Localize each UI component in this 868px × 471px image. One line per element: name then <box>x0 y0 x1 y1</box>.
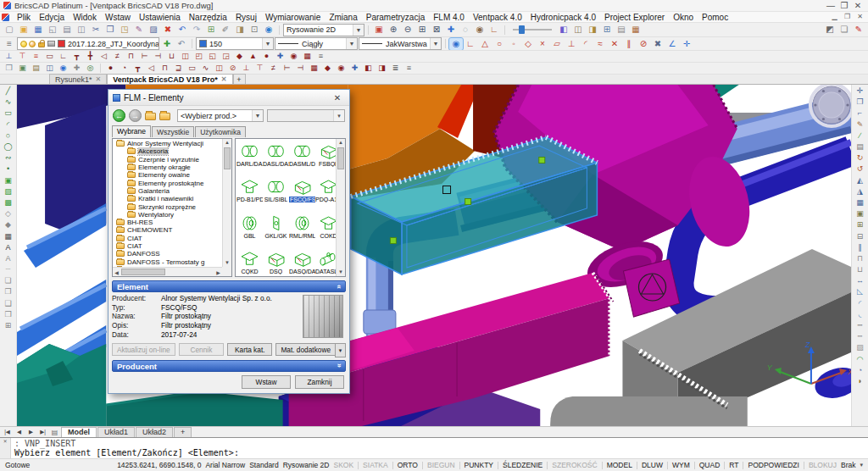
layout-list-icon[interactable]: ▤ <box>49 429 60 436</box>
draw-arc-icon[interactable]: ◜ <box>2 119 15 130</box>
tab-wszystkie[interactable]: Wszystkie <box>152 126 194 137</box>
erase-icon[interactable]: ✖ <box>161 24 175 36</box>
toggle-dluw[interactable]: DLUW <box>642 461 663 469</box>
chevron-down-icon[interactable]: ▼ <box>430 38 441 49</box>
draw-line-icon[interactable]: ╱ <box>2 86 15 97</box>
snap-node-icon[interactable]: ◦ <box>507 38 520 50</box>
vp-accessory-3-icon[interactable]: ● <box>260 52 273 62</box>
zoom-extents-icon[interactable]: ⊠ <box>430 24 443 36</box>
draw-ellipse-icon[interactable]: ◯ <box>2 141 15 152</box>
selection-mode-icon[interactable]: ◩ <box>823 24 837 36</box>
menu-ustawienia[interactable]: Ustawienia <box>135 13 185 22</box>
vp-list-icon[interactable]: ≡ <box>314 52 327 62</box>
toggle-biegun[interactable]: BIEGUN <box>427 461 455 469</box>
layer-on-icon[interactable] <box>20 41 27 47</box>
copy-entities-icon[interactable]: ❐ <box>854 97 867 108</box>
vp-accessory-1-icon[interactable]: ◆ <box>233 52 246 62</box>
tree-item-akcesoria[interactable]: Akcesoria <box>113 147 222 155</box>
tree-item-galanteria[interactable]: Galanteria <box>113 187 222 195</box>
scroll-thumb[interactable] <box>121 269 165 275</box>
restore-icon[interactable]: ❐ <box>837 0 851 12</box>
redline-icon[interactable]: ✎ <box>852 24 865 36</box>
layer-plot-icon[interactable] <box>47 41 55 47</box>
close-icon[interactable]: ✕ <box>221 75 227 83</box>
snap-insertion-icon[interactable]: ▱ <box>550 38 564 50</box>
vp-duct-offset-icon[interactable]: ≠ <box>111 52 124 62</box>
status-selection[interactable]: Brak <box>841 461 855 469</box>
toggle-punkty[interactable]: PUNKTY <box>465 461 493 469</box>
toggle-podpowiedzi[interactable]: PODPOWIEDZI <box>748 461 798 469</box>
mdi-restore-icon[interactable]: ❐ <box>841 11 854 23</box>
zamknij-button[interactable]: Zamknij <box>295 375 344 389</box>
color-combo[interactable]: 150 ▼ <box>196 37 274 50</box>
element-item-gbl[interactable]: GBL <box>236 213 263 249</box>
layer-combo[interactable]: 2017.12.28_JTJ_Koordynacja ▼ <box>17 37 159 50</box>
chevron-down-icon[interactable]: ▼ <box>252 110 263 121</box>
element-item-sil-sibl[interactable]: SIL/SIBL <box>263 177 289 213</box>
flm-update-icon[interactable]: ✚ <box>70 64 83 74</box>
vp2-fit-b-icon[interactable]: ⊢ <box>281 64 293 74</box>
snap-endpoint-icon[interactable]: ∟ <box>464 38 477 50</box>
element-item-pd-b1-pd[interactable]: PD-B1/PD-... <box>236 177 263 213</box>
tree-item-kratki-i-nawiewniki[interactable]: Kratki i nawiewniki <box>113 195 222 202</box>
rotate-3d-icon[interactable]: ↺ <box>854 163 867 175</box>
toggle-szerokość[interactable]: SZEROKOŚĆ <box>552 461 597 469</box>
named-views-icon[interactable]: ◉ <box>473 24 487 36</box>
menu-pomoc[interactable]: Pomoc <box>698 13 732 22</box>
flm-online-icon[interactable]: ◎ <box>84 64 97 74</box>
scroll-right-icon[interactable]: ▶ <box>214 269 222 275</box>
block-attributes-icon[interactable]: ❒ <box>2 309 15 320</box>
snap-apparent-icon[interactable]: ✕ <box>608 38 621 50</box>
vp-fitting-4-icon[interactable]: ◲ <box>220 52 232 62</box>
vp2-tool-a-icon[interactable]: ✚ <box>348 64 361 74</box>
vp2-round-duct-icon[interactable]: ● <box>104 64 117 74</box>
chevron-down-icon[interactable]: ▾ <box>333 110 344 121</box>
layer-lock-icon[interactable] <box>38 42 45 47</box>
menu-narzędzia[interactable]: Narzędzia <box>185 13 231 22</box>
vp-rails-icon[interactable]: ≡ <box>30 52 42 62</box>
vp-duct-end-icon[interactable]: ⊔ <box>165 52 178 62</box>
structure-panel-icon[interactable]: ▦ <box>629 24 643 36</box>
dimension-icon[interactable]: ┉ <box>854 331 867 342</box>
close-icon[interactable]: ✕ <box>330 93 345 103</box>
draw-table-icon[interactable]: ▦ <box>2 230 15 241</box>
toggle-model[interactable]: MODEL <box>607 461 632 469</box>
menu-plik[interactable]: Plik <box>13 13 35 22</box>
vp2-saddle-icon[interactable]: ⊒ <box>172 64 185 74</box>
move-icon[interactable]: ✛ <box>854 86 867 97</box>
layout-tab-układ1[interactable]: Układ1 <box>97 427 135 437</box>
layer-previous-icon[interactable]: ↶ <box>175 38 188 50</box>
tree-vscrollbar[interactable]: ▲ ▼ <box>222 139 231 267</box>
block-insert-icon[interactable]: ❐ <box>2 286 15 297</box>
last-layout-button[interactable]: ▶| <box>37 429 48 435</box>
vp2-fan-icon[interactable]: ◉ <box>335 64 348 74</box>
vp-duct-cap-icon[interactable]: ⊓ <box>125 52 137 62</box>
tree-item-ciat[interactable]: CIAT <box>113 235 222 242</box>
toggle-wym[interactable]: WYM <box>672 461 690 469</box>
lineweight-combo[interactable]: JakWarstwa ▼ <box>359 37 442 50</box>
orbit-icon[interactable]: ◌ <box>459 24 472 36</box>
torus-icon[interactable]: ◗ <box>854 376 867 387</box>
chevron-down-icon[interactable]: ▼ <box>262 38 273 49</box>
forward-button[interactable]: → <box>129 109 142 122</box>
tree-item-danfoss-termostaty-g[interactable]: DANFOSS - Termostaty g <box>113 258 222 265</box>
snap-perpendicular-icon[interactable]: ⊥ <box>565 38 578 50</box>
cennik-button[interactable]: Cennik <box>179 343 224 356</box>
materials-icon[interactable]: ◨ <box>586 24 599 36</box>
element-item-cokd[interactable]: COKD <box>315 213 336 249</box>
menu-widok[interactable]: Widok <box>69 13 101 22</box>
doc-tab-rysunek1[interactable]: Rysunek1*✕ <box>49 74 107 84</box>
close-icon[interactable]: ✕ <box>851 0 865 12</box>
menu-edycja[interactable]: Edycja <box>35 13 69 22</box>
tree-item-ciat[interactable]: CIAT <box>113 242 222 250</box>
tree-item-elementy-owalne[interactable]: Elementy owalne <box>113 171 222 179</box>
vp2-grille-icon[interactable]: ▦ <box>308 64 320 74</box>
flm-library-icon[interactable]: ▣ <box>16 64 29 74</box>
render-icon[interactable]: ◧ <box>557 24 570 36</box>
flm-catalog-icon[interactable]: ▤ <box>30 64 42 74</box>
vp-duct-tee-icon[interactable]: ┳ <box>70 52 83 62</box>
producer-section-header[interactable]: Producent « <box>112 360 346 372</box>
element-item-datasl-d[interactable]: DATASL/D... <box>315 249 336 276</box>
element-item-dsq[interactable]: DSQ <box>263 249 289 276</box>
help-icon[interactable]: ◉ <box>262 24 275 36</box>
